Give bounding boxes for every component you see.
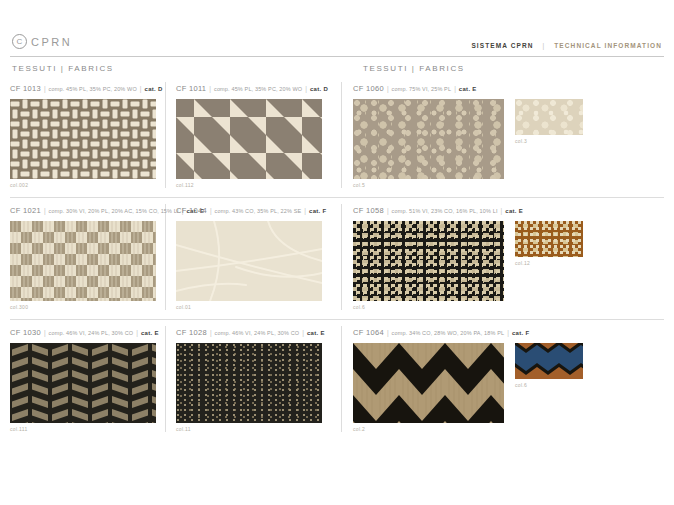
- fabric-category: cat. E: [141, 330, 159, 336]
- fabric-composition: comp. 51% VI, 23% CO, 16% PL, 10% LI: [392, 208, 498, 214]
- fabric-colorway: col.111: [10, 426, 156, 432]
- label-divider: |: [136, 329, 138, 336]
- brand-name: CPRN: [31, 36, 72, 48]
- fabric-category: cat. E: [307, 330, 325, 336]
- fabric-colorway: col.5: [353, 182, 504, 188]
- label-divider: |: [140, 85, 142, 92]
- fabric-row-1: CF 1013 | comp. 45% PL, 35% PC, 20% WO |…: [10, 76, 664, 197]
- fabric-code: CF 1044: [176, 206, 207, 215]
- variant-colorway-block: col.3: [515, 99, 583, 144]
- fabric-swatch-waffle: [10, 221, 156, 301]
- variant-colorway-block: col.12: [515, 221, 583, 266]
- fabric-composition: comp. 46% VI, 24% PL, 30% CO: [49, 330, 134, 336]
- fabric-colorway: col.6: [353, 304, 504, 310]
- section-name: TECHNICAL INFORMATION: [554, 42, 662, 49]
- row2-left: CF 1021 | comp. 30% VI, 20% PL, 20% AC, …: [10, 204, 342, 310]
- fabric-colorway: col.01: [176, 304, 322, 310]
- header-right: SISTEMA CPRN | TECHNICAL INFORMATION: [471, 42, 662, 49]
- fabric-catalog-page: C CPRN SISTEMA CPRN | TECHNICAL INFORMAT…: [0, 0, 674, 505]
- fabric-composition: comp. 43% CO, 35% PL, 22% SE: [215, 208, 302, 214]
- fabric-composition: comp. 45% PL, 35% PC, 20% WO: [214, 86, 302, 92]
- fabric-swatch-basketweave: [10, 99, 156, 179]
- fabric-code: CF 1064: [353, 328, 384, 337]
- row2-right: CF 1058 | comp. 51% VI, 23% CO, 16% PL, …: [342, 204, 664, 310]
- left-column-title: TESSUTI | FABRICS: [10, 64, 352, 73]
- label-divider: |: [387, 85, 389, 92]
- fabric-card-cf1028: CF 1028 | comp. 46% VI, 24% PL, 30% CO |…: [176, 326, 322, 432]
- page-header: C CPRN SISTEMA CPRN | TECHNICAL INFORMAT…: [0, 0, 674, 56]
- fabric-category: cat. E: [459, 86, 477, 92]
- fabric-colorway: col.11: [176, 426, 322, 432]
- fabric-card-cf1021: CF 1021 | comp. 30% VI, 20% PL, 20% AC, …: [10, 204, 166, 310]
- fabric-card-cf1013: CF 1013 | comp. 45% PL, 35% PC, 20% WO |…: [10, 82, 166, 188]
- fabric-code: CF 1013: [10, 84, 41, 93]
- label-divider: |: [210, 207, 212, 214]
- system-name: SISTEMA CPRN: [471, 42, 533, 49]
- fabric-swatch-pebble-light: [515, 99, 583, 135]
- fabric-swatch-check-tweed: [353, 221, 504, 301]
- fabric-category: cat. F: [309, 208, 326, 214]
- label-divider: |: [387, 207, 389, 214]
- right-column-title: TESSUTI | FABRICS: [352, 64, 664, 73]
- row3-left: CF 1030 | comp. 46% VI, 24% PL, 30% CO |…: [10, 326, 342, 432]
- label-divider: |: [454, 85, 456, 92]
- label-divider: |: [304, 207, 306, 214]
- variant-colorway: col.3: [515, 138, 583, 144]
- fabric-colorway: col.112: [176, 182, 322, 188]
- fabric-code: CF 1058: [353, 206, 384, 215]
- fabric-swatch-blocks: [10, 343, 156, 423]
- label-divider: |: [387, 329, 389, 336]
- fabric-grid: CF 1013 | comp. 45% PL, 35% PC, 20% WO |…: [10, 76, 664, 441]
- fabric-label: CF 1030 | comp. 46% VI, 24% PL, 30% CO |…: [10, 328, 156, 338]
- brand-logo: C CPRN: [12, 34, 72, 49]
- fabric-label: CF 1058 | comp. 51% VI, 23% CO, 16% PL, …: [353, 206, 664, 216]
- label-divider: |: [302, 329, 304, 336]
- fabric-category: cat. D: [310, 86, 328, 92]
- fabric-composition: comp. 45% PL, 35% PC, 20% WO: [49, 86, 137, 92]
- fabric-label: CF 1011 | comp. 45% PL, 35% PC, 20% WO |…: [176, 84, 322, 94]
- fabric-card-cf1011: CF 1011 | comp. 45% PL, 35% PC, 20% WO |…: [176, 82, 322, 188]
- label-divider: |: [501, 207, 503, 214]
- label-divider: |: [209, 85, 211, 92]
- fabric-swatch-chevron: [353, 343, 504, 423]
- label-divider: |: [305, 85, 307, 92]
- label-divider: |: [44, 85, 46, 92]
- fabric-code: CF 1060: [353, 84, 384, 93]
- fabric-code: CF 1021: [10, 206, 41, 215]
- swatch-group-cf1060: col.5 col.3: [353, 99, 664, 188]
- fabric-label: CF 1064 | comp. 34% CO, 28% WO, 20% PA, …: [353, 328, 664, 338]
- fabric-category: cat. D: [145, 86, 163, 92]
- column-titles: TESSUTI | FABRICS TESSUTI | FABRICS: [0, 57, 674, 76]
- row3-right: CF 1064 | comp. 34% CO, 28% WO, 20% PA, …: [342, 326, 664, 432]
- fabric-swatch-chevron-tricolor: [515, 343, 583, 379]
- label-divider: |: [210, 329, 212, 336]
- fabric-label: CF 1028 | comp. 46% VI, 24% PL, 30% CO |…: [176, 328, 322, 338]
- variant-colorway-block: col.6: [515, 343, 583, 388]
- fabric-swatch-check-tweed-rust: [515, 221, 583, 257]
- fabric-composition: comp. 75% VI, 25% PL: [392, 86, 452, 92]
- fabric-colorway: col.002: [10, 182, 156, 188]
- fabric-composition: comp. 34% CO, 28% WO, 20% PA, 18% PL: [392, 330, 505, 336]
- variant-colorway: col.12: [515, 260, 583, 266]
- fabric-swatch-crackle: [176, 221, 322, 301]
- label-divider: |: [507, 329, 509, 336]
- swatch-group-cf1064: col.2 col.6: [353, 343, 664, 432]
- fabric-swatch-houndstooth: [176, 99, 322, 179]
- fabric-colorway: col.2: [353, 426, 504, 432]
- label-divider: |: [44, 329, 46, 336]
- fabric-label: CF 1021 | comp. 30% VI, 20% PL, 20% AC, …: [10, 206, 156, 216]
- fabric-swatch-micro-tweed: [176, 343, 322, 423]
- fabric-label: CF 1060 | comp. 75% VI, 25% PL | cat. E: [353, 84, 664, 94]
- fabric-row-2: CF 1021 | comp. 30% VI, 20% PL, 20% AC, …: [10, 197, 664, 319]
- fabric-card-cf1044: CF 1044 | comp. 43% CO, 35% PL, 22% SE |…: [176, 204, 322, 310]
- fabric-code: CF 1028: [176, 328, 207, 337]
- row1-right: CF 1060 | comp. 75% VI, 25% PL | cat. E …: [342, 82, 664, 188]
- main-colorway-block: col.6: [353, 221, 504, 310]
- fabric-composition: comp. 46% VI, 24% PL, 30% CO: [215, 330, 300, 336]
- main-colorway-block: col.2: [353, 343, 504, 432]
- label-divider: |: [44, 207, 46, 214]
- fabric-swatch-pebble: [353, 99, 504, 179]
- fabric-row-3: CF 1030 | comp. 46% VI, 24% PL, 30% CO |…: [10, 319, 664, 441]
- main-colorway-block: col.5: [353, 99, 504, 188]
- fabric-code: CF 1011: [176, 84, 206, 93]
